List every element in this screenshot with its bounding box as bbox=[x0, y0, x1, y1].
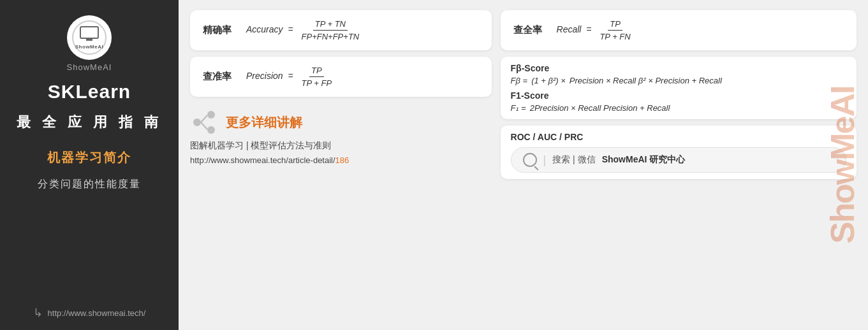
f1-formula: F₁ = 2Precision × Recall Precision + Rec… bbox=[511, 103, 846, 113]
accuracy-card: 精确率 Accuracy = TP + TN FP+FN+FP+TN bbox=[190, 10, 492, 50]
precision-name: Precision bbox=[246, 71, 283, 81]
logo-text-small: ShowMeAI bbox=[75, 44, 103, 50]
accuracy-num: TP + TN bbox=[313, 19, 348, 31]
roc-card: ROC / AUC / PRC | 搜索 | 微信 ShowMeAI 研究中心 bbox=[501, 126, 857, 179]
fbeta-card: Fβ-Score Fβ = (1 + β²) × Precision × Rec… bbox=[501, 57, 857, 119]
svg-point-1 bbox=[207, 126, 215, 134]
search-divider: | bbox=[543, 154, 547, 167]
sidebar-top: ShowMeAI ShowMeAI SKLearn 最 全 应 用 指 南 机器… bbox=[17, 15, 163, 191]
sidebar: ShowMeAI ShowMeAI SKLearn 最 全 应 用 指 南 机器… bbox=[0, 0, 179, 330]
right-col: ShowMeAI 查全率 Recall = TP TP + FN bbox=[501, 10, 857, 320]
share-url-number: 186 bbox=[335, 155, 349, 165]
recall-frac: TP TP + FN bbox=[598, 19, 632, 41]
recall-den: TP + FN bbox=[598, 31, 632, 41]
precision-num: TP bbox=[309, 66, 324, 77]
f1-lhs: F₁ = bbox=[511, 103, 526, 113]
svg-line-3 bbox=[201, 115, 207, 122]
accuracy-name: Accuracy bbox=[246, 24, 283, 34]
f1-title: F1-Score bbox=[511, 90, 846, 101]
title-skl: SKLearn bbox=[48, 81, 131, 103]
precision-den: TP + FP bbox=[300, 77, 334, 88]
precision-frac: TP TP + FP bbox=[300, 66, 334, 88]
accuracy-formula: Accuracy = TP + TN FP+FN+FP+TN bbox=[246, 19, 362, 41]
f1-den: Precision + Recall bbox=[603, 103, 670, 113]
search-brand: ShowMeAI 研究中心 bbox=[602, 154, 686, 166]
fbeta-den: β² × Precision + Recall bbox=[638, 76, 722, 85]
share-block: 更多详细讲解 图解机器学习 | 模型评估方法与准则 http://www.sho… bbox=[190, 103, 492, 170]
accuracy-den: FP+FN+FP+TN bbox=[300, 31, 362, 41]
f1-num: 2Precision × Recall bbox=[530, 103, 601, 113]
logo-area: ShowMeAI ShowMeAI bbox=[67, 15, 112, 72]
accuracy-label: 精确率 bbox=[203, 24, 236, 36]
recall-label: 查全率 bbox=[513, 24, 547, 36]
recall-num: TP bbox=[608, 19, 622, 31]
share-label: 更多详细讲解 bbox=[226, 114, 302, 131]
logo-icon: ShowMeAI bbox=[67, 15, 112, 60]
f1-frac: 2Precision × Recall Precision + Recall bbox=[530, 103, 670, 113]
sidebar-url: http://www.showmeai.tech/ bbox=[48, 308, 146, 318]
main-container: ShowMeAI ShowMeAI SKLearn 最 全 应 用 指 南 机器… bbox=[0, 0, 868, 330]
precision-card: 查准率 Precision = TP TP + FP bbox=[190, 57, 492, 97]
arrow-icon: ↳ bbox=[33, 306, 43, 320]
fbeta-frac: Precision × Recall β² × Precision + Reca… bbox=[570, 76, 722, 85]
section-title: 机器学习简介 bbox=[47, 149, 131, 166]
section-subtitle: 分类问题的性能度量 bbox=[38, 178, 141, 191]
content-top: 精确率 Accuracy = TP + TN FP+FN+FP+TN 查准率 bbox=[190, 10, 857, 320]
share-url-prefix: http://www.showmeai.tech/article-detail/ bbox=[190, 155, 335, 165]
title-sub: 最 全 应 用 指 南 bbox=[17, 111, 163, 133]
svg-line-4 bbox=[201, 122, 207, 129]
svg-point-0 bbox=[207, 111, 215, 118]
fbeta-lhs: Fβ = bbox=[511, 76, 528, 85]
brand-name: ShowMeAI bbox=[67, 62, 112, 72]
fbeta-factor: (1 + β²) × bbox=[531, 76, 566, 85]
accuracy-frac: TP + TN FP+FN+FP+TN bbox=[300, 19, 362, 41]
sidebar-bottom: ↳ http://www.showmeai.tech/ bbox=[33, 306, 146, 320]
logo-inner: ShowMeAI bbox=[72, 20, 107, 55]
roc-label: ROC / AUC / PRC bbox=[511, 132, 846, 142]
main-content: 精确率 Accuracy = TP + TN FP+FN+FP+TN 查准率 bbox=[179, 0, 868, 330]
search-icon bbox=[523, 153, 537, 167]
search-bar[interactable]: | 搜索 | 微信 ShowMeAI 研究中心 bbox=[511, 147, 846, 173]
recall-formula: Recall = TP TP + FN bbox=[557, 19, 634, 41]
fbeta-num: Precision × Recall bbox=[570, 76, 636, 85]
share-icon bbox=[190, 108, 218, 136]
left-col: 精确率 Accuracy = TP + TN FP+FN+FP+TN 查准率 bbox=[190, 10, 492, 320]
share-desc: 图解机器学习 | 模型评估方法与准则 bbox=[190, 140, 492, 152]
precision-eq: = bbox=[288, 71, 293, 81]
recall-eq: = bbox=[586, 24, 591, 34]
accuracy-eq: = bbox=[288, 24, 293, 34]
fbeta-formula: Fβ = (1 + β²) × Precision × Recall β² × … bbox=[511, 76, 846, 85]
precision-label: 查准率 bbox=[203, 71, 236, 83]
search-prefix: 搜索 | 微信 bbox=[552, 154, 595, 166]
recall-card: 查全率 Recall = TP TP + FN bbox=[501, 10, 857, 50]
share-row: 更多详细讲解 bbox=[190, 108, 492, 136]
svg-point-2 bbox=[193, 118, 201, 126]
share-url: http://www.showmeai.tech/article-detail/… bbox=[190, 155, 492, 165]
logo-screen bbox=[80, 26, 99, 39]
precision-formula: Precision = TP TP + FP bbox=[246, 66, 335, 88]
recall-name: Recall bbox=[557, 24, 582, 34]
fbeta-title: Fβ-Score bbox=[511, 63, 846, 73]
